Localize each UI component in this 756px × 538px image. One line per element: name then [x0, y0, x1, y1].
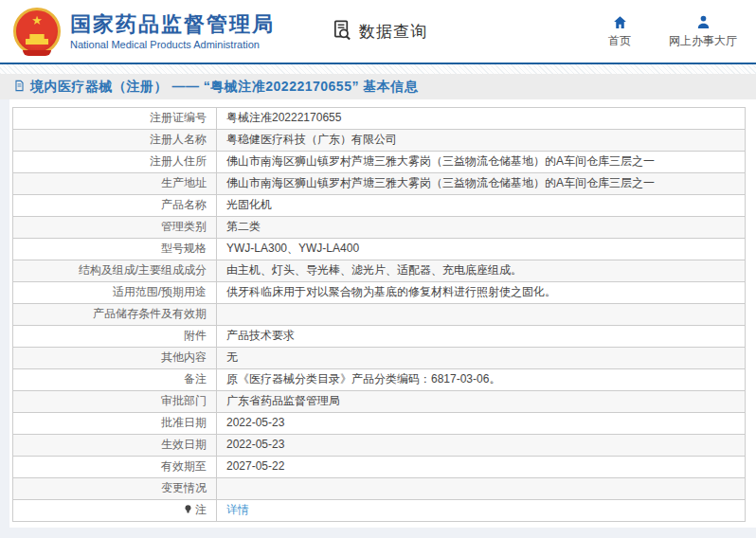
row-value: 2022-05-23: [217, 435, 746, 457]
emblem-gate-icon: [26, 34, 48, 45]
header: ★ 国家药品监督管理局 National Medical Products Ad…: [0, 0, 756, 64]
row-label: 注: [13, 500, 217, 522]
table-row: 变更情况: [13, 478, 746, 500]
row-label: 生产地址: [13, 173, 217, 195]
table-row: 产品储存条件及有效期: [13, 304, 746, 326]
table-row: 注册人名称粤稳健医疗科技（广东）有限公司: [13, 130, 746, 152]
footer-gap: [0, 528, 756, 537]
header-nav: 首页 网上办事大厅: [597, 14, 743, 49]
row-label: 备注: [13, 369, 217, 391]
nav-item-home[interactable]: 首页: [597, 14, 642, 49]
row-value: [217, 478, 746, 500]
row-value: 由主机、灯头、导光棒、滤光片、适配器、充电底座组成。: [217, 260, 746, 282]
table-row: 适用范围/预期用途供牙科临床用于对以聚合物为基底的修复材料进行照射使之固化。: [13, 282, 746, 304]
table-row: 产品名称光固化机: [13, 195, 746, 217]
row-label: 附件: [13, 326, 217, 348]
row-value: 原《医疗器械分类目录》产品分类编码：6817-03-06。: [217, 369, 746, 391]
titlebar: 境内医疗器械（注册） —— “粤械注准20222170655” 基本信息: [0, 74, 756, 99]
info-table-body: 注册证编号粤械注准20222170655注册人名称粤稳健医疗科技（广东）有限公司…: [13, 108, 746, 522]
row-label: 审批部门: [13, 391, 217, 413]
details-link[interactable]: 详情: [226, 503, 249, 516]
row-value: 粤械注准20222170655: [217, 108, 746, 130]
row-value: 2022-05-23: [217, 413, 746, 435]
brand-subtitle: National Medical Products Administration: [70, 39, 275, 50]
table-row: 注册证编号粤械注准20222170655: [13, 108, 746, 130]
nav-item-label: 首页: [608, 33, 631, 49]
decorative-strip: [0, 64, 756, 74]
row-value: 广东省药品监督管理局: [217, 391, 746, 413]
row-label: 适用范围/预期用途: [13, 282, 217, 304]
brand-title: 国家药品监督管理局: [70, 12, 275, 36]
table-row: 生产地址佛山市南海区狮山镇罗村芦塘三雅大雾岗（三益物流仓储基地）的A车间仓库三层…: [13, 173, 746, 195]
bulb-icon: [183, 504, 193, 519]
table-row: 管理类别第二类: [13, 217, 746, 239]
data-query-button[interactable]: 数据查询: [332, 19, 427, 45]
home-icon: [612, 14, 628, 30]
row-label: 结构及组成/主要组成成分: [13, 260, 217, 282]
row-value: [217, 304, 746, 326]
row-label: 管理类别: [13, 217, 217, 239]
row-value: 粤稳健医疗科技（广东）有限公司: [217, 130, 746, 152]
row-value: 详情: [217, 500, 746, 522]
emblem-ribbon: [23, 50, 51, 56]
row-label: 型号规格: [13, 239, 217, 260]
row-label: 注册人名称: [13, 130, 217, 152]
row-value: 佛山市南海区狮山镇罗村芦塘三雅大雾岗（三益物流仓储基地）的A车间仓库三层之一: [217, 173, 746, 195]
row-label: 注册证编号: [13, 108, 217, 130]
table-row: 附件产品技术要求: [13, 326, 746, 348]
row-label: 产品名称: [13, 195, 217, 217]
row-label: 批准日期: [13, 413, 217, 435]
document-search-icon: [332, 19, 353, 45]
info-table: 注册证编号粤械注准20222170655注册人名称粤稳健医疗科技（广东）有限公司…: [12, 107, 746, 522]
table-row: 批准日期2022-05-23: [13, 413, 746, 435]
table-row: 注详情: [13, 500, 746, 522]
row-value: 佛山市南海区狮山镇罗村芦塘三雅大雾岗（三益物流仓储基地）的A车间仓库三层之一: [217, 152, 746, 173]
national-emblem-logo: ★: [13, 8, 61, 55]
emblem-star-icon: ★: [31, 14, 43, 27]
row-value: 供牙科临床用于对以聚合物为基底的修复材料进行照射使之固化。: [217, 282, 746, 304]
page: ★ 国家药品监督管理局 National Medical Products Ad…: [0, 0, 756, 538]
row-value: 第二类: [217, 217, 746, 239]
row-label: 其他内容: [13, 348, 217, 369]
table-row: 生效日期2022-05-23: [13, 435, 746, 457]
row-value: 光固化机: [217, 195, 746, 217]
table-row: 审批部门广东省药品监督管理局: [13, 391, 746, 413]
table-row: 有效期至2027-05-22: [13, 457, 746, 478]
row-value: 产品技术要求: [217, 326, 746, 348]
main-content: 注册证编号粤械注准20222170655注册人名称粤稳健医疗科技（广东）有限公司…: [0, 99, 756, 536]
row-label: 变更情况: [13, 478, 217, 500]
table-row: 型号规格YWJ-LA300、YWJ-LA400: [13, 239, 746, 260]
data-query-label: 数据查询: [359, 21, 427, 43]
page-title: 境内医疗器械（注册） —— “粤械注准20222170655” 基本信息: [30, 79, 418, 96]
content-panel: 注册证编号粤械注准20222170655注册人名称粤稳健医疗科技（广东）有限公司…: [9, 99, 756, 528]
row-label: 产品储存条件及有效期: [13, 304, 217, 326]
row-value: YWJ-LA300、YWJ-LA400: [217, 239, 746, 260]
table-row: 备注原《医疗器械分类目录》产品分类编码：6817-03-06。: [13, 369, 746, 391]
person-icon: [695, 14, 711, 30]
table-row: 其他内容无: [13, 348, 746, 369]
row-label: 注册人住所: [13, 152, 217, 173]
row-value: 无: [217, 348, 746, 369]
table-row: 结构及组成/主要组成成分由主机、灯头、导光棒、滤光片、适配器、充电底座组成。: [13, 260, 746, 282]
nav-item-online-hall[interactable]: 网上办事大厅: [669, 14, 737, 49]
row-label: 有效期至: [13, 457, 217, 478]
row-label: 生效日期: [13, 435, 217, 457]
row-value: 2027-05-22: [217, 457, 746, 478]
table-row: 注册人住所佛山市南海区狮山镇罗村芦塘三雅大雾岗（三益物流仓储基地）的A车间仓库三…: [13, 152, 746, 173]
brand: 国家药品监督管理局 National Medical Products Admi…: [70, 12, 275, 49]
page-icon: [13, 79, 26, 96]
nav-item-label: 网上办事大厅: [669, 33, 737, 49]
